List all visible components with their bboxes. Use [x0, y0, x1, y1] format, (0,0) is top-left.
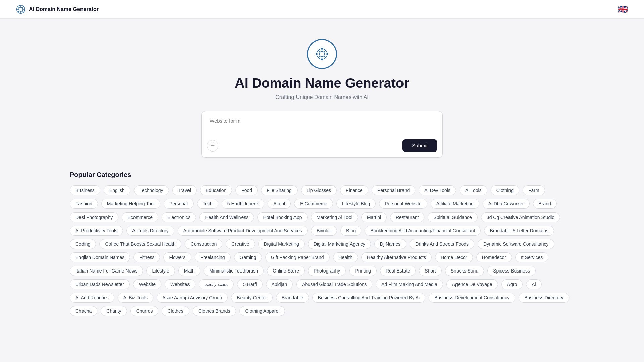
- category-tag[interactable]: Automobile Software Product Development …: [178, 226, 308, 236]
- category-tag[interactable]: Personal: [164, 199, 194, 209]
- category-tag[interactable]: Agence De Voyage: [446, 279, 498, 289]
- category-tag[interactable]: Real Estate: [380, 266, 416, 276]
- category-tag[interactable]: Farm: [523, 185, 545, 195]
- category-tag[interactable]: Brand: [533, 199, 557, 209]
- category-tag[interactable]: Chacha: [70, 306, 97, 316]
- category-tag[interactable]: Personal Brand: [372, 185, 416, 195]
- category-tag[interactable]: Fashion: [70, 199, 98, 209]
- category-tag[interactable]: Health: [333, 252, 358, 262]
- category-tag[interactable]: Restaurant: [390, 212, 424, 222]
- category-tag[interactable]: Ai Tools Directory: [126, 226, 174, 236]
- category-tag[interactable]: Ai Dev Tools: [419, 185, 456, 195]
- category-tag[interactable]: Electronics: [162, 212, 196, 222]
- category-tag[interactable]: Digital Marketing Agency: [308, 239, 371, 249]
- category-tag[interactable]: Asae Aanhpi Advisory Group: [157, 293, 228, 303]
- category-tag[interactable]: Freelancing: [195, 252, 230, 262]
- search-input[interactable]: [207, 117, 437, 135]
- category-tag[interactable]: Personal Website: [379, 199, 427, 209]
- category-tag[interactable]: Lifestyle Blog: [336, 199, 376, 209]
- category-tag[interactable]: Drinks And Streets Foods: [410, 239, 474, 249]
- category-tag[interactable]: Short: [419, 266, 441, 276]
- category-tag[interactable]: Flowers: [163, 252, 191, 262]
- category-tag[interactable]: Ecommerce: [122, 212, 158, 222]
- category-tag[interactable]: Blog: [340, 226, 361, 236]
- category-tag[interactable]: Agro: [501, 279, 523, 289]
- category-tag[interactable]: Italian Name For Game News: [70, 266, 143, 276]
- category-tag[interactable]: Math: [178, 266, 200, 276]
- category-tag[interactable]: Brandable 5 Letter Domains: [484, 226, 554, 236]
- category-tag[interactable]: Hotel Booking App: [257, 212, 307, 222]
- category-tag[interactable]: Desi Photography: [70, 212, 118, 222]
- category-tag[interactable]: Printing: [349, 266, 376, 276]
- category-tag[interactable]: Affiliate Marketing: [431, 199, 479, 209]
- category-tag[interactable]: Photography: [308, 266, 346, 276]
- category-tag[interactable]: Business: [70, 185, 100, 195]
- category-tag[interactable]: Dj Names: [374, 239, 406, 249]
- category-tag[interactable]: Clothes: [162, 306, 189, 316]
- category-tag[interactable]: Abusad Global Trade Solutions: [296, 279, 372, 289]
- category-tag[interactable]: Spiritual Guidance: [428, 212, 477, 222]
- category-tag[interactable]: Martini: [361, 212, 387, 222]
- category-tag[interactable]: Lip Glosses: [301, 185, 337, 195]
- category-tag[interactable]: Spicess Business: [487, 266, 536, 276]
- category-tag[interactable]: Ai Productivity Tools: [70, 226, 123, 236]
- category-tag[interactable]: Brandable: [276, 293, 309, 303]
- category-tag[interactable]: Home Decor: [435, 252, 473, 262]
- category-tag[interactable]: Bookkeeping And Accounting/Financial Con…: [365, 226, 481, 236]
- category-tag[interactable]: Churros: [130, 306, 159, 316]
- category-tag[interactable]: Abidjan: [266, 279, 293, 289]
- filter-button[interactable]: ☰: [207, 140, 218, 152]
- category-tag[interactable]: Food: [235, 185, 258, 195]
- category-tag[interactable]: Minimalistic Toothbrush: [204, 266, 264, 276]
- category-tag[interactable]: 5 Harfli Jenerik: [222, 199, 264, 209]
- category-tag[interactable]: English Domain Names: [70, 252, 130, 262]
- category-tag[interactable]: Construction: [185, 239, 223, 249]
- language-flag[interactable]: 🇬🇧: [618, 5, 628, 14]
- category-tag[interactable]: Ai Tools: [460, 185, 487, 195]
- category-tag[interactable]: Lifestyle: [146, 266, 175, 276]
- category-tag[interactable]: Healthy Alternative Products: [361, 252, 432, 262]
- category-tag[interactable]: Coffee That Boosts Sexual Health: [99, 239, 181, 249]
- category-tag[interactable]: Business Consulting And Training Powered…: [312, 293, 426, 303]
- category-tag[interactable]: File Sharing: [261, 185, 298, 195]
- category-tag[interactable]: Ai Biz Tools: [118, 293, 153, 303]
- category-tag[interactable]: Clothes Brands: [193, 306, 236, 316]
- category-tag[interactable]: E Commerce: [294, 199, 333, 209]
- category-tag[interactable]: Gaming: [234, 252, 262, 262]
- category-tag[interactable]: Education: [200, 185, 232, 195]
- category-tag[interactable]: Technology: [134, 185, 169, 195]
- category-tag[interactable]: Website: [133, 279, 161, 289]
- category-tag[interactable]: Marketing Ai Tool: [311, 212, 358, 222]
- category-tag[interactable]: Ai: [526, 279, 541, 289]
- category-tag[interactable]: Digital Marketing: [258, 239, 305, 249]
- category-tag[interactable]: Homedecor: [476, 252, 512, 262]
- category-tag[interactable]: محمد رفعت: [199, 279, 234, 289]
- category-tag[interactable]: Ad Film Making And Media: [376, 279, 443, 289]
- category-tag[interactable]: Beauty Center: [231, 293, 273, 303]
- category-tag[interactable]: Clothing Apparel: [239, 306, 285, 316]
- category-tag[interactable]: Charity: [101, 306, 127, 316]
- category-tag[interactable]: Fitness: [133, 252, 160, 262]
- category-tag[interactable]: 5 Harfi: [237, 279, 262, 289]
- category-tag[interactable]: Online Store: [267, 266, 305, 276]
- category-tag[interactable]: Creative: [226, 239, 255, 249]
- category-tag[interactable]: Tech: [197, 199, 218, 209]
- category-tag[interactable]: Urban Dads Newsletter: [70, 279, 130, 289]
- category-tag[interactable]: Snacks Sonu: [445, 266, 484, 276]
- category-tag[interactable]: Aitool: [268, 199, 291, 209]
- category-tag[interactable]: Business Development Consultancy: [429, 293, 515, 303]
- category-tag[interactable]: Ai Dba Coworker: [483, 199, 530, 209]
- category-tag[interactable]: Finance: [340, 185, 368, 195]
- category-tag[interactable]: Travel: [172, 185, 197, 195]
- category-tag[interactable]: Biyoloji: [311, 226, 337, 236]
- category-tag[interactable]: Dynamic Software Consultancy: [478, 239, 554, 249]
- category-tag[interactable]: Health And Wellness: [199, 212, 254, 222]
- category-tag[interactable]: Clothing: [491, 185, 519, 195]
- category-tag[interactable]: 3d Cg Creative Animation Studio: [481, 212, 560, 222]
- category-tag[interactable]: Marketing Helping Tool: [101, 199, 160, 209]
- category-tag[interactable]: English: [104, 185, 130, 195]
- category-tag[interactable]: It Services: [515, 252, 548, 262]
- category-tag[interactable]: Ai And Robotics: [70, 293, 114, 303]
- category-tag[interactable]: Gift Packing Paper Brand: [265, 252, 330, 262]
- category-tag[interactable]: Coding: [70, 239, 96, 249]
